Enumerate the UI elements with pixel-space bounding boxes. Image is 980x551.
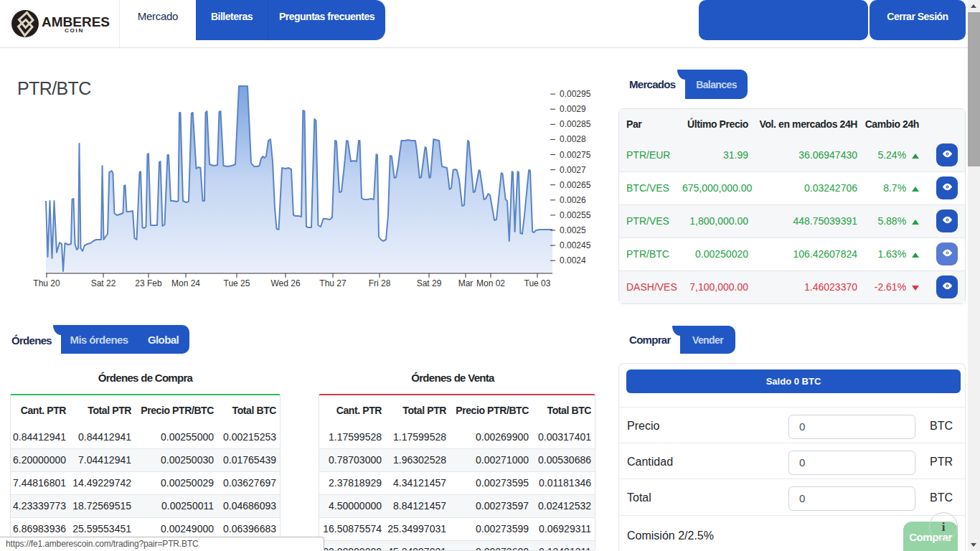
svg-text:0.0028: 0.0028 xyxy=(560,134,586,144)
svg-text:Mon 24: Mon 24 xyxy=(171,278,200,287)
svg-text:Wed 26: Wed 26 xyxy=(270,278,300,287)
svg-text:0.0027: 0.0027 xyxy=(560,165,586,175)
svg-text:Thu 27: Thu 27 xyxy=(319,278,347,287)
svg-text:0.00245: 0.00245 xyxy=(560,240,591,250)
svg-text:0.0024: 0.0024 xyxy=(560,255,586,265)
svg-text:Mar: Mar xyxy=(458,278,473,287)
svg-text:Sat 22: Sat 22 xyxy=(91,278,116,287)
svg-text:0.00255: 0.00255 xyxy=(560,210,591,220)
svg-text:0.00265: 0.00265 xyxy=(560,180,591,190)
svg-text:Sat 29: Sat 29 xyxy=(417,278,442,287)
svg-text:0.0029: 0.0029 xyxy=(560,104,586,114)
svg-text:0.0026: 0.0026 xyxy=(560,195,586,205)
svg-text:Tue 25: Tue 25 xyxy=(224,278,250,287)
svg-text:0.0025: 0.0025 xyxy=(560,225,586,235)
svg-text:0.00295: 0.00295 xyxy=(560,89,591,99)
svg-text:0.00285: 0.00285 xyxy=(560,119,591,129)
svg-text:Tue 03: Tue 03 xyxy=(524,278,551,287)
svg-text:Thu 20: Thu 20 xyxy=(33,278,60,287)
svg-text:Fri 28: Fri 28 xyxy=(369,278,391,287)
svg-text:Mon 02: Mon 02 xyxy=(476,278,505,287)
svg-text:23 Feb: 23 Feb xyxy=(135,278,162,287)
svg-text:0.00275: 0.00275 xyxy=(560,150,591,160)
